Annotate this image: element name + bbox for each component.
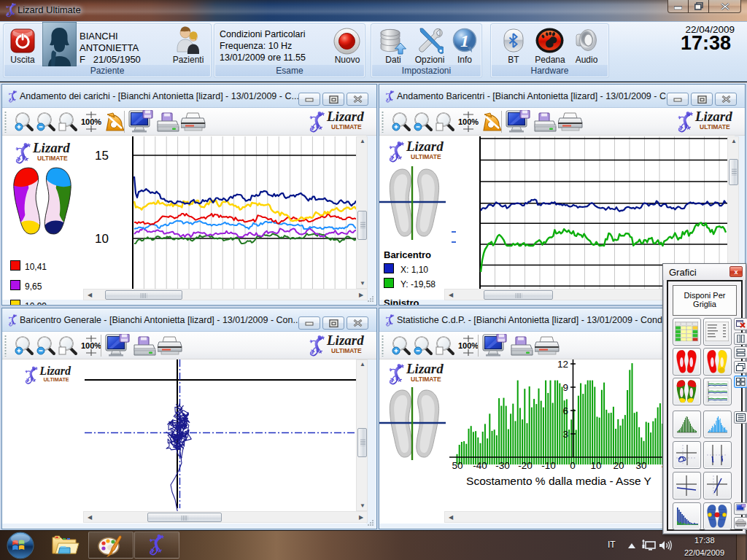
svg-text:ULTIMATE: ULTIMATE — [411, 153, 441, 160]
svg-text:ULTIMATE: ULTIMATE — [331, 347, 362, 354]
svg-text:6: 6 — [562, 405, 568, 416]
svg-text:Scostamento % dalla media - As: Scostamento % dalla media - Asse Y — [466, 475, 651, 487]
svg-text:Lizard: Lizard — [326, 109, 364, 124]
svg-text:Lizard: Lizard — [39, 365, 71, 377]
svg-text:ULTIMATE: ULTIMATE — [700, 123, 730, 131]
svg-text:10: 10 — [95, 232, 109, 246]
svg-text:9: 9 — [562, 382, 568, 393]
svg-text:100%: 100% — [458, 117, 479, 126]
svg-text:Lizard: Lizard — [406, 361, 444, 376]
svg-text:-20: -20 — [518, 460, 533, 471]
svg-text:1: 1 — [460, 31, 469, 50]
svg-text:ULTIMATE: ULTIMATE — [411, 376, 441, 383]
svg-text:ULTIMATE: ULTIMATE — [331, 123, 362, 131]
svg-text:100%: 100% — [81, 341, 101, 350]
svg-text:50: 50 — [452, 460, 462, 471]
svg-text:-30: -30 — [495, 460, 510, 471]
svg-text:20: 20 — [613, 460, 624, 471]
svg-text:100%: 100% — [458, 341, 479, 350]
svg-text:ULTIMATE: ULTIMATE — [43, 377, 69, 383]
svg-text:0: 0 — [570, 460, 576, 471]
svg-text:100%: 100% — [81, 117, 101, 126]
svg-text:Lizard: Lizard — [32, 140, 70, 155]
svg-text:15: 15 — [95, 149, 109, 163]
svg-text:Lizard: Lizard — [326, 332, 364, 348]
svg-text:ULTIMATE: ULTIMATE — [37, 155, 68, 162]
svg-text:Lizard: Lizard — [406, 139, 444, 154]
svg-text:Lizard: Lizard — [694, 109, 732, 124]
svg-text:12: 12 — [557, 359, 568, 370]
svg-text:10: 10 — [590, 460, 601, 471]
svg-text:3: 3 — [562, 429, 568, 440]
svg-text:-40: -40 — [473, 460, 487, 471]
svg-text:-10: -10 — [541, 460, 556, 471]
svg-text:30: 30 — [635, 460, 646, 471]
